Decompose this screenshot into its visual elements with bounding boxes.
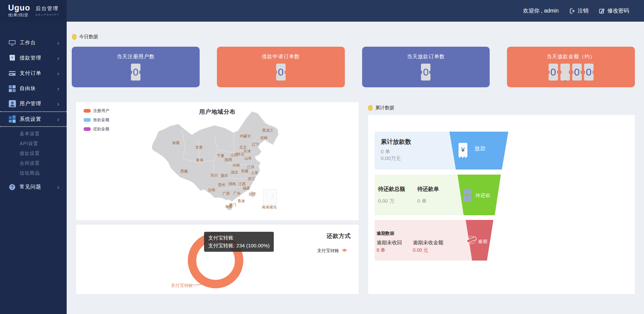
province-label: 重庆 [221, 173, 228, 178]
brand-wordmark-sub: 优|果|信|贷 [8, 13, 30, 18]
product-name: 后台管理 [36, 5, 60, 12]
province-label: 台湾 [248, 192, 256, 197]
province-label: 福建 [243, 186, 250, 191]
repayment-method-card: 支付宝转账 还款方式 支付宝转账 支付宝转账 支付宝转账: 234 (100.0… [76, 225, 359, 294]
stat-card-title: 当天放款订单数 [362, 47, 490, 60]
province-label: 天津 [243, 149, 251, 154]
province-label: 宁夏 [217, 153, 224, 158]
change-password-button[interactable]: 修改密码 [599, 7, 629, 15]
sidebar-subitem[interactable]: 信征商品 [0, 168, 67, 178]
flip-counter: 0.00 [507, 64, 635, 81]
chevron-right-icon: › [57, 100, 59, 107]
summary-row-overdue: 逾期数据 逾期未收回 0 单 逾期未收金额 0.00 元 逾期 [375, 220, 635, 261]
flip-digit: 0 [421, 64, 430, 81]
province-label: 广西 [222, 191, 230, 196]
loan-ticket-icon: ¥ [8, 54, 16, 62]
sidebar-item-payments[interactable]: 支付订单› [0, 66, 67, 81]
donut-series-label: 支付宝转账 [171, 283, 193, 289]
flip-digit: 0 [276, 64, 286, 81]
province-label: 吉林 [260, 135, 268, 140]
sidebar-item-loans[interactable]: ¥借款管理› [0, 50, 67, 66]
today-section-label: 今日数据 [72, 34, 98, 40]
sidebar-item-label: 工作台 [20, 40, 36, 46]
chevron-right-icon: › [57, 116, 59, 122]
stat-card-3: 当天放款金额（约）0.00 [507, 47, 635, 87]
sidebar-subitem[interactable]: 合同设置 [0, 158, 67, 168]
coin-icon [72, 34, 76, 40]
row3-field2-label: 逾期未收金额 [413, 240, 443, 246]
svg-text:?: ? [11, 185, 13, 189]
sidebar-item-label: 系统设置 [20, 116, 41, 122]
logout-icon [569, 8, 575, 14]
province-label: 青海 [196, 158, 203, 163]
question-icon: ? [8, 183, 16, 191]
flip-digit: 0 [549, 64, 558, 81]
province-label: 河南 [232, 163, 240, 168]
sidebar-item-faq[interactable]: ?常见问题› [0, 179, 67, 195]
welcome-text: 欢迎你 , admin [523, 7, 559, 15]
sidebar-submenu-settings: 基本设置API设置借款设置合同设置信征商品 [0, 127, 67, 179]
row3-field1-value: 0 单 [377, 247, 385, 253]
stat-card-1: 借款申请订单数0 [217, 47, 345, 87]
row2-field2-value: 0 单 [417, 198, 427, 204]
brand-wordmark: Uguo [8, 4, 30, 12]
sidebar-subitem[interactable]: 基本设置 [0, 129, 67, 139]
yuan-ticket-icon: ¥ [458, 142, 468, 160]
sidebar-subitem[interactable]: API设置 [0, 139, 67, 149]
sidebar-item-label: 支付订单 [20, 70, 41, 76]
chevron-right-icon: › [57, 40, 59, 46]
province-label: 辽宁 [252, 142, 259, 147]
user-icon [8, 100, 16, 108]
province-label: 云南 [208, 187, 215, 193]
province-label: 湖北 [231, 170, 238, 175]
stat-card-title: 当天注册用户数 [72, 47, 200, 60]
monitor-icon [8, 39, 16, 47]
row3-field1-label: 逾期未收回 [377, 240, 402, 246]
chart-tooltip: 支付宝转账 支付宝转账: 234 (100.00%) [204, 232, 274, 252]
province-label: 湖南 [228, 181, 236, 186]
sidebar-nav: 工作台›¥借款管理›支付订单›自由块›用户管理›系统设置›基本设置API设置借款… [0, 22, 67, 314]
province-label: 上海 [251, 170, 258, 175]
province-label: 安徽 [241, 169, 248, 174]
province-label: 陕西 [225, 157, 232, 162]
province-label: 贵州 [218, 182, 225, 187]
flip-digit: 0 [131, 64, 140, 81]
row3-field2-value: 0.00 元 [413, 247, 428, 253]
province-label: 内蒙古 [240, 134, 251, 139]
china-map [76, 102, 359, 220]
edit-icon [599, 8, 605, 14]
settings-blocks-icon [8, 115, 16, 123]
sidebar-item-blocks[interactable]: 自由块› [0, 81, 67, 96]
flip-digit: . [560, 64, 570, 81]
summary-section-label: 累计数据 [368, 105, 394, 111]
payment-card-icon [8, 70, 16, 77]
svg-text:¥: ¥ [461, 146, 465, 153]
chevron-right-icon: › [57, 70, 59, 76]
summary-row-pending: 待还款总额 0.00 万 待还款单 0 单 待还款 [375, 175, 635, 215]
flip-counter: 0 [362, 64, 490, 81]
row1-banner-label: 放款 [474, 145, 486, 152]
donut-title: 还款方式 [327, 232, 351, 240]
row2-banner-label: 待还款 [475, 193, 491, 199]
sidebar-item-workbench[interactable]: 工作台› [0, 35, 67, 50]
donut-label-line [192, 281, 212, 288]
row1-count: 0 单 [381, 149, 390, 155]
sidebar-item-label: 借款管理 [20, 55, 41, 61]
flip-counter: 0 [72, 64, 200, 81]
logout-button[interactable]: 注销 [569, 7, 589, 15]
sidebar-item-settings[interactable]: 系统设置› [0, 111, 67, 127]
stat-card-0: 当天注册用户数0 [72, 47, 200, 87]
row2-field2-label: 待还款单 [417, 186, 439, 193]
grid-icon [463, 189, 472, 204]
province-label: 南海诸岛 [262, 205, 277, 210]
chevron-right-icon: › [57, 184, 59, 190]
chevron-right-icon: › [57, 85, 59, 92]
province-label: 广东 [233, 191, 241, 196]
row3-banner-label: 逾期 [478, 239, 488, 245]
product-subtitle: DELPSHIFT [36, 13, 60, 16]
sidebar-item-users[interactable]: 用户管理› [0, 96, 67, 111]
row1-amount: 0.00万元 [381, 155, 401, 162]
sidebar-subitem[interactable]: 借款设置 [0, 149, 67, 158]
province-label: 河北 [237, 152, 244, 157]
donut-legend-item[interactable]: 支付宝转账 [317, 248, 348, 254]
